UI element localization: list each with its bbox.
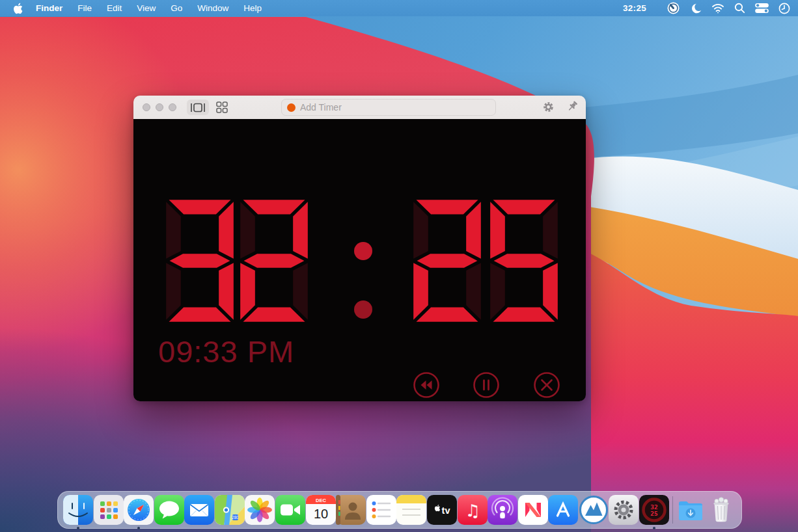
reminders-icon [366,495,396,525]
running-indicator [653,527,655,529]
apple-tv-icon: tv [427,495,457,525]
colon-dot-bottom [354,300,372,319]
notes-icon [396,495,426,525]
dock-item-podcasts[interactable] [488,495,517,525]
menu-view[interactable]: View [137,3,156,13]
pin-button[interactable] [566,100,579,116]
wifi-icon[interactable] [711,3,724,14]
dock-item-timer[interactable]: 3225 [639,495,669,525]
menu-bar: Finder FileEditViewGoWindowHelp 32:25 [0,0,798,16]
restart-icon [413,371,440,399]
menubar-timer-text[interactable]: 32:25 [623,3,646,13]
svg-text:10: 10 [314,507,328,521]
menu-help[interactable]: Help [243,3,262,13]
dock-item-notes[interactable] [396,495,426,525]
dock-divider [672,496,673,524]
music-icon: ♫ [458,495,488,525]
settings-button[interactable] [542,101,555,116]
dock-item-photos[interactable] [245,495,275,525]
launchpad-icon [94,495,124,525]
mail-icon [184,495,214,525]
menu-go[interactable]: Go [171,3,182,13]
single-view-button[interactable] [187,100,209,115]
dock-item-calendar[interactable]: DEC10 [306,495,336,525]
control-center-icon[interactable] [755,3,769,13]
dock-item-trash[interactable] [706,495,736,525]
single-view-icon [190,103,206,113]
amphetamine-icon [579,495,609,525]
timer-display: 09:33 PM [133,119,586,401]
dock-item-maps[interactable]: 280 [215,495,245,525]
apple-menu[interactable] [13,3,23,14]
pin-icon [566,100,579,113]
dock-item-safari[interactable] [124,495,154,525]
dock-item-messages[interactable] [154,495,184,525]
dock-item-facetime[interactable] [275,495,305,525]
dock-item-launchpad[interactable] [94,495,124,525]
dock-item-downloads[interactable] [676,495,706,525]
photos-icon [245,495,275,525]
add-timer-placeholder: Add Timer [300,102,342,113]
dock-item-news[interactable] [518,495,548,525]
pause-icon [473,371,500,399]
grid-view-button[interactable] [216,101,228,113]
dock-item-reminders[interactable] [366,495,396,525]
colon-dot-top [354,242,372,260]
dock-item-music[interactable]: ♫ [458,495,488,525]
facetime-icon [275,495,305,525]
messages-icon [154,495,184,525]
dock: 280DEC10tv♫3225 [57,491,742,529]
system-preferences-icon [609,495,639,525]
timer-window: Add Timer 09:33 PM [133,96,586,401]
dock-item-apple-tv[interactable]: tv [427,495,457,525]
segment-digit-2 [412,198,482,323]
dock-item-mail[interactable] [184,495,214,525]
app-menu-title[interactable]: Finder [36,3,62,13]
gear-icon [542,101,555,113]
minimize-window-button[interactable] [156,103,163,111]
timer-icon: 3225 [639,495,669,525]
timer-icon[interactable] [667,1,680,15]
svg-text:♫: ♫ [465,501,480,520]
downloads-icon [676,495,706,525]
news-icon [518,495,548,525]
svg-text:280: 280 [232,515,239,520]
running-indicator [77,527,79,529]
clock-icon[interactable] [778,3,790,14]
dock-item-system-preferences[interactable] [609,495,639,525]
close-icon [533,371,560,399]
menu-edit[interactable]: Edit [107,3,122,13]
calendar-icon: DEC10 [306,495,336,525]
segment-digit-2 [239,198,309,323]
svg-text:DEC: DEC [316,498,326,503]
dock-item-app-store[interactable] [548,495,578,525]
search-icon[interactable] [734,3,745,14]
trash-icon [706,495,736,525]
dock-item-amphetamine[interactable] [579,495,609,525]
svg-text:tv: tv [441,505,450,516]
contacts-icon [336,495,366,525]
maps-icon: 280 [215,495,245,525]
add-timer-field[interactable]: Add Timer [281,99,496,116]
end-time-label: 09:33 PM [158,334,294,369]
zoom-window-button[interactable] [169,103,176,111]
finder-icon [63,495,93,525]
safari-icon [124,495,154,525]
close-window-button[interactable] [143,103,150,111]
dock-item-finder[interactable] [63,495,93,525]
timer-color-dot[interactable] [287,103,296,112]
app-store-icon [548,495,578,525]
do-not-disturb-icon[interactable] [690,3,702,14]
window-titlebar[interactable]: Add Timer [133,96,586,120]
menu-window[interactable]: Window [197,3,228,13]
menu-file[interactable]: File [77,3,92,13]
podcasts-icon [488,495,517,525]
segment-digit-3 [165,198,235,323]
segment-digit-5 [489,198,559,323]
grid-view-icon [216,101,228,113]
restart-button[interactable] [413,371,440,399]
close-timer-button[interactable] [533,371,560,399]
apple-logo-icon [13,3,23,14]
pause-button[interactable] [473,371,500,399]
dock-item-contacts[interactable] [336,495,366,525]
